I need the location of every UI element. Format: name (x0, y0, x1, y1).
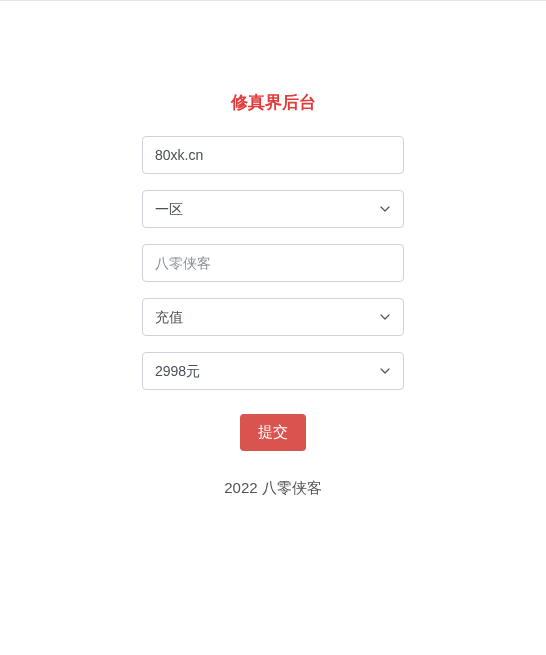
amount-select[interactable]: 2998元 (142, 352, 404, 390)
form-container: 修真界后台 一区 充值 2998元 提交 2022 八零侠客 (0, 1, 546, 498)
action-select[interactable]: 充值 (142, 298, 404, 336)
site-input[interactable] (142, 136, 404, 174)
page-title: 修真界后台 (231, 91, 316, 114)
action-row: 充值 (142, 298, 404, 336)
site-row (142, 136, 404, 174)
amount-row: 2998元 (142, 352, 404, 390)
footer-text: 2022 八零侠客 (224, 479, 322, 498)
area-select[interactable]: 一区 (142, 190, 404, 228)
area-row: 一区 (142, 190, 404, 228)
username-input[interactable] (142, 244, 404, 282)
submit-button[interactable]: 提交 (240, 414, 306, 451)
username-row (142, 244, 404, 282)
submit-wrap: 提交 (240, 414, 306, 451)
